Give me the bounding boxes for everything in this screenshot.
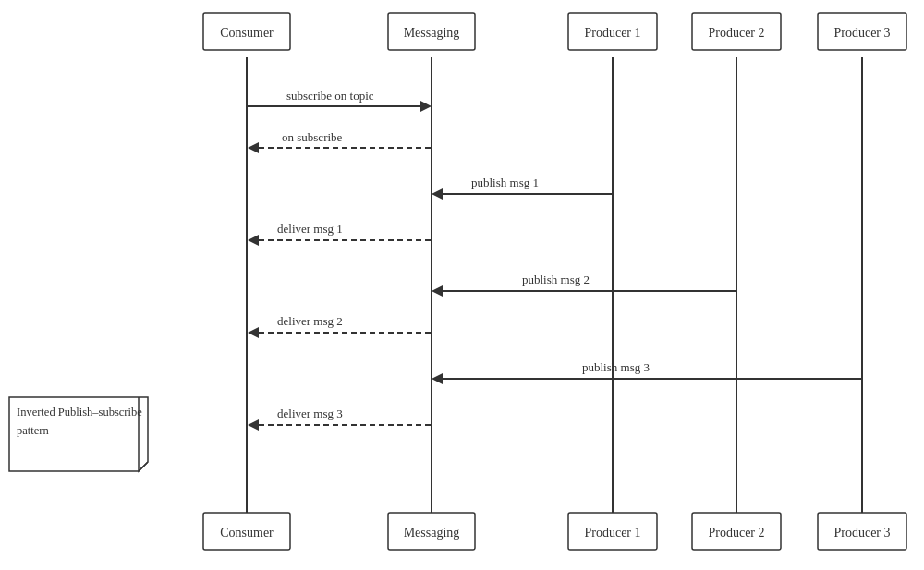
note-line1: Inverted Publish–subscribe — [17, 406, 142, 418]
svg-marker-12 — [248, 235, 259, 246]
messaging-bottom-label: Messaging — [404, 526, 460, 540]
messaging-top-label: Messaging — [404, 26, 460, 40]
consumer-bottom-label: Consumer — [220, 526, 274, 540]
svg-marker-10 — [432, 188, 443, 200]
producer1-bottom-label: Producer 1 — [584, 526, 640, 540]
publish1-label: publish msg 1 — [471, 176, 539, 189]
svg-marker-6 — [420, 101, 432, 112]
producer3-top-label: Producer 3 — [833, 26, 890, 40]
note-line2: pattern — [17, 424, 49, 437]
sequence-diagram: subscribe on topic on subscribe publish … — [0, 0, 924, 570]
consumer-top-label: Consumer — [220, 26, 274, 40]
svg-marker-8 — [248, 142, 259, 153]
svg-marker-16 — [248, 327, 259, 338]
deliver2-label: deliver msg 2 — [277, 314, 343, 328]
svg-marker-14 — [432, 285, 443, 297]
producer3-bottom-label: Producer 3 — [833, 526, 890, 540]
publish3-label: publish msg 3 — [582, 360, 650, 374]
diagram-svg: subscribe on topic on subscribe publish … — [0, 0, 924, 570]
subscribe-label: subscribe on topic — [286, 89, 374, 103]
producer2-bottom-label: Producer 2 — [708, 526, 764, 540]
publish2-label: publish msg 2 — [522, 273, 590, 286]
producer1-top-label: Producer 1 — [584, 26, 640, 40]
svg-marker-20 — [248, 419, 259, 431]
producer2-top-label: Producer 2 — [708, 26, 764, 40]
deliver3-label: deliver msg 3 — [277, 406, 343, 420]
on-subscribe-label: on subscribe — [282, 130, 343, 144]
deliver1-label: deliver msg 1 — [277, 222, 343, 236]
svg-marker-18 — [432, 373, 443, 384]
